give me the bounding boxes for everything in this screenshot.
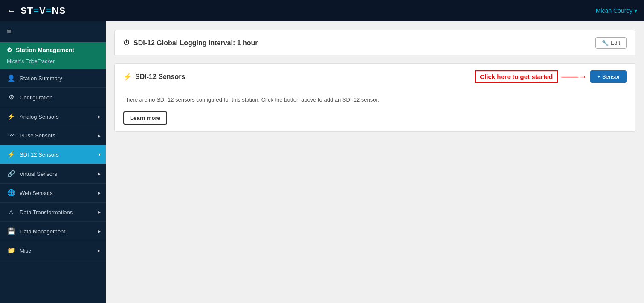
navbar: ← ST=V=NS Micah Courey ▾ [0, 0, 644, 21]
chevron-right-icon: ▸ [98, 248, 101, 253]
sdi12-icon: ⚡ [123, 73, 132, 81]
sdi12-sensors-card: ⚡ SDI-12 Sensors Click here to get start… [114, 63, 635, 132]
main-layout: ≡ ⚙ Station Management Micah's EdgeTrack… [0, 21, 644, 303]
web-sensors-icon: 🌐 [7, 189, 15, 197]
sidebar-item-data-transformations[interactable]: △ Data Transformations ▸ [0, 203, 106, 222]
pulse-sensors-icon: 〰 [7, 132, 15, 139]
sidebar-item-analog-sensors[interactable]: ⚡ Analog Sensors ▸ [0, 107, 106, 126]
misc-icon: 📁 [7, 247, 15, 254]
configuration-icon: ⚙ [7, 93, 15, 101]
logo: ST=V=NS [20, 5, 66, 16]
station-summary-icon: 👤 [7, 74, 15, 82]
logging-interval-card: ⏱ SDI-12 Global Logging Interval: 1 hour… [114, 30, 635, 56]
sidebar: ≡ ⚙ Station Management Micah's EdgeTrack… [0, 21, 106, 303]
back-button[interactable]: ← [7, 6, 15, 16]
sidebar-item-data-management[interactable]: 💾 Data Management ▸ [0, 222, 106, 241]
chevron-right-icon: ▸ [98, 133, 101, 139]
sidebar-item-configuration[interactable]: ⚙ Configuration [0, 88, 106, 107]
click-here-annotation: Click here to get started [475, 70, 558, 83]
user-menu[interactable]: Micah Courey ▾ [596, 7, 637, 14]
no-sensors-message: There are no SDI-12 sensors configured f… [123, 96, 627, 103]
logging-interval-title: ⏱ SDI-12 Global Logging Interval: 1 hour [123, 39, 258, 47]
gear-icon: ⚙ [7, 47, 12, 53]
hamburger-menu[interactable]: ≡ [0, 21, 106, 42]
sidebar-item-virtual-sensors[interactable]: 🔗 Virtual Sensors ▸ [0, 164, 106, 184]
sdi12-sensors-icon: ⚡ [7, 151, 15, 158]
learn-more-button[interactable]: Learn more [123, 111, 167, 125]
sensor-header-actions: Click here to get started ——→ + Sensor [475, 70, 627, 83]
clock-icon: ⏱ [123, 39, 130, 47]
sidebar-item-station-summary[interactable]: 👤 Station Summary [0, 69, 106, 88]
analog-sensors-icon: ⚡ [7, 113, 15, 120]
chevron-right-icon: ▸ [98, 171, 101, 177]
chevron-right-icon: ▸ [98, 209, 101, 215]
chevron-right-icon: ▸ [98, 114, 101, 119]
virtual-sensors-icon: 🔗 [7, 170, 15, 178]
annotation-arrow: ——→ [561, 72, 587, 82]
add-sensor-button[interactable]: + Sensor [590, 70, 627, 83]
sidebar-item-web-sensors[interactable]: 🌐 Web Sensors ▸ [0, 184, 106, 203]
sdi12-sensors-title: ⚡ SDI-12 Sensors [123, 73, 185, 81]
data-transformations-icon: △ [7, 208, 15, 216]
chevron-right-icon: ▸ [98, 228, 101, 234]
sidebar-section-title: ⚙ Station Management [0, 42, 106, 58]
sidebar-item-pulse-sensors[interactable]: 〰 Pulse Sensors ▸ [0, 126, 106, 145]
sidebar-item-sdi12-sensors[interactable]: ⚡ SDI-12 Sensors ▾ [0, 145, 106, 164]
plus-icon: + [597, 73, 600, 80]
chevron-down-icon: ▾ [98, 152, 101, 157]
chevron-right-icon: ▸ [98, 190, 101, 196]
data-management-icon: 💾 [7, 227, 15, 235]
sdi12-sensors-body: There are no SDI-12 sensors configured f… [115, 90, 635, 131]
edit-button[interactable]: 🔧 Edit [595, 37, 627, 49]
sidebar-section-subtitle: Micah's EdgeTracker [0, 58, 106, 69]
logging-interval-header: ⏱ SDI-12 Global Logging Interval: 1 hour… [115, 30, 635, 56]
sdi12-sensors-header: ⚡ SDI-12 Sensors Click here to get start… [115, 64, 635, 90]
sidebar-item-misc[interactable]: 📁 Misc ▸ [0, 241, 106, 260]
main-content: ⏱ SDI-12 Global Logging Interval: 1 hour… [106, 21, 644, 303]
wrench-icon: 🔧 [602, 40, 609, 46]
